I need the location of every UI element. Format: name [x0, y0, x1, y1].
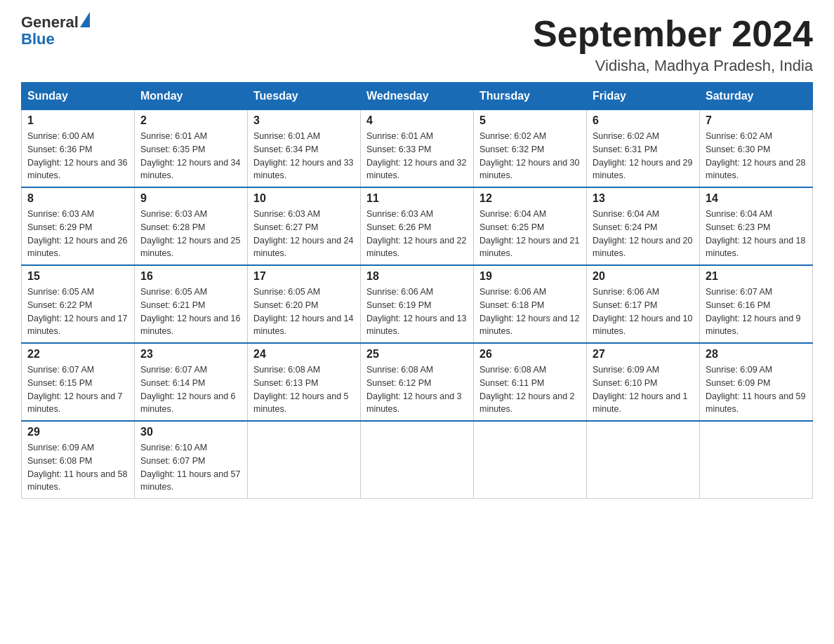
- calendar-cell: 29 Sunrise: 6:09 AM Sunset: 6:08 PM Dayl…: [22, 421, 135, 499]
- day-info: Sunrise: 6:08 AM Sunset: 6:13 PM Dayligh…: [253, 363, 355, 416]
- day-number: 15: [27, 270, 128, 283]
- calendar-cell: 6 Sunrise: 6:02 AM Sunset: 6:31 PM Dayli…: [587, 110, 700, 188]
- calendar-cell: 1 Sunrise: 6:00 AM Sunset: 6:36 PM Dayli…: [22, 110, 135, 188]
- day-number: 23: [140, 348, 241, 361]
- calendar-cell: 24 Sunrise: 6:08 AM Sunset: 6:13 PM Dayl…: [248, 343, 361, 421]
- calendar-table: SundayMondayTuesdayWednesdayThursdayFrid…: [21, 82, 813, 499]
- calendar-cell: 25 Sunrise: 6:08 AM Sunset: 6:12 PM Dayl…: [361, 343, 474, 421]
- day-info: Sunrise: 6:09 AM Sunset: 6:10 PM Dayligh…: [593, 363, 694, 416]
- day-info: Sunrise: 6:01 AM Sunset: 6:33 PM Dayligh…: [366, 130, 468, 182]
- weekday-header-tuesday: Tuesday: [248, 83, 361, 110]
- day-info: Sunrise: 6:08 AM Sunset: 6:11 PM Dayligh…: [479, 363, 581, 416]
- calendar-cell: 10 Sunrise: 6:03 AM Sunset: 6:27 PM Dayl…: [248, 187, 361, 265]
- calendar-cell: 8 Sunrise: 6:03 AM Sunset: 6:29 PM Dayli…: [22, 187, 135, 265]
- day-info: Sunrise: 6:03 AM Sunset: 6:29 PM Dayligh…: [27, 208, 128, 260]
- calendar-cell: 16 Sunrise: 6:05 AM Sunset: 6:21 PM Dayl…: [135, 265, 248, 343]
- day-info: Sunrise: 6:03 AM Sunset: 6:26 PM Dayligh…: [366, 208, 468, 260]
- day-number: 16: [140, 270, 241, 283]
- day-info: Sunrise: 6:05 AM Sunset: 6:21 PM Dayligh…: [140, 286, 241, 338]
- logo-blue-text: Blue: [21, 31, 90, 48]
- week-row-1: 1 Sunrise: 6:00 AM Sunset: 6:36 PM Dayli…: [22, 110, 813, 188]
- calendar-cell: 9 Sunrise: 6:03 AM Sunset: 6:28 PM Dayli…: [135, 187, 248, 265]
- calendar-cell: [474, 421, 587, 499]
- day-number: 21: [706, 270, 807, 283]
- day-info: Sunrise: 6:05 AM Sunset: 6:20 PM Dayligh…: [253, 286, 355, 338]
- day-number: 9: [140, 192, 241, 205]
- day-info: Sunrise: 6:07 AM Sunset: 6:15 PM Dayligh…: [27, 363, 128, 416]
- day-number: 12: [479, 192, 581, 205]
- day-info: Sunrise: 6:03 AM Sunset: 6:27 PM Dayligh…: [253, 208, 355, 260]
- day-info: Sunrise: 6:09 AM Sunset: 6:08 PM Dayligh…: [27, 441, 128, 494]
- calendar-cell: 2 Sunrise: 6:01 AM Sunset: 6:35 PM Dayli…: [135, 110, 248, 188]
- calendar-cell: [361, 421, 474, 499]
- calendar-cell: 26 Sunrise: 6:08 AM Sunset: 6:11 PM Dayl…: [474, 343, 587, 421]
- page-header: General Blue September 2024 Vidisha, Mad…: [21, 14, 813, 75]
- week-row-2: 8 Sunrise: 6:03 AM Sunset: 6:29 PM Dayli…: [22, 187, 813, 265]
- calendar-cell: 12 Sunrise: 6:04 AM Sunset: 6:25 PM Dayl…: [474, 187, 587, 265]
- calendar-title: September 2024: [533, 14, 813, 54]
- calendar-cell: 21 Sunrise: 6:07 AM Sunset: 6:16 PM Dayl…: [700, 265, 813, 343]
- calendar-cell: 30 Sunrise: 6:10 AM Sunset: 6:07 PM Dayl…: [135, 421, 248, 499]
- weekday-header-saturday: Saturday: [700, 83, 813, 110]
- calendar-cell: 19 Sunrise: 6:06 AM Sunset: 6:18 PM Dayl…: [474, 265, 587, 343]
- day-info: Sunrise: 6:02 AM Sunset: 6:32 PM Dayligh…: [479, 130, 581, 182]
- day-info: Sunrise: 6:00 AM Sunset: 6:36 PM Dayligh…: [27, 130, 128, 182]
- day-info: Sunrise: 6:03 AM Sunset: 6:28 PM Dayligh…: [140, 208, 241, 260]
- day-info: Sunrise: 6:04 AM Sunset: 6:24 PM Dayligh…: [593, 208, 694, 260]
- logo-general-text: General: [21, 14, 79, 31]
- day-info: Sunrise: 6:07 AM Sunset: 6:16 PM Dayligh…: [706, 286, 807, 338]
- week-row-3: 15 Sunrise: 6:05 AM Sunset: 6:22 PM Dayl…: [22, 265, 813, 343]
- calendar-cell: 11 Sunrise: 6:03 AM Sunset: 6:26 PM Dayl…: [361, 187, 474, 265]
- day-info: Sunrise: 6:01 AM Sunset: 6:34 PM Dayligh…: [253, 130, 355, 182]
- day-number: 25: [366, 348, 468, 361]
- weekday-header-sunday: Sunday: [22, 83, 135, 110]
- logo-triangle-icon: [80, 12, 90, 27]
- day-number: 22: [27, 348, 128, 361]
- calendar-cell: 5 Sunrise: 6:02 AM Sunset: 6:32 PM Dayli…: [474, 110, 587, 188]
- calendar-cell: 18 Sunrise: 6:06 AM Sunset: 6:19 PM Dayl…: [361, 265, 474, 343]
- day-info: Sunrise: 6:06 AM Sunset: 6:19 PM Dayligh…: [366, 286, 468, 338]
- calendar-cell: [587, 421, 700, 499]
- day-number: 4: [366, 114, 468, 127]
- day-number: 8: [27, 192, 128, 205]
- day-number: 10: [253, 192, 355, 205]
- day-info: Sunrise: 6:02 AM Sunset: 6:31 PM Dayligh…: [593, 130, 694, 182]
- week-row-4: 22 Sunrise: 6:07 AM Sunset: 6:15 PM Dayl…: [22, 343, 813, 421]
- weekday-header-friday: Friday: [587, 83, 700, 110]
- weekday-header-wednesday: Wednesday: [361, 83, 474, 110]
- logo: General Blue: [21, 14, 90, 48]
- calendar-subtitle: Vidisha, Madhya Pradesh, India: [533, 57, 813, 75]
- calendar-cell: 20 Sunrise: 6:06 AM Sunset: 6:17 PM Dayl…: [587, 265, 700, 343]
- day-info: Sunrise: 6:05 AM Sunset: 6:22 PM Dayligh…: [27, 286, 128, 338]
- calendar-cell: [248, 421, 361, 499]
- week-row-5: 29 Sunrise: 6:09 AM Sunset: 6:08 PM Dayl…: [22, 421, 813, 499]
- calendar-cell: 14 Sunrise: 6:04 AM Sunset: 6:23 PM Dayl…: [700, 187, 813, 265]
- day-number: 11: [366, 192, 468, 205]
- day-number: 6: [593, 114, 694, 127]
- day-info: Sunrise: 6:04 AM Sunset: 6:23 PM Dayligh…: [706, 208, 807, 260]
- day-number: 26: [479, 348, 581, 361]
- day-number: 19: [479, 270, 581, 283]
- weekday-header-monday: Monday: [135, 83, 248, 110]
- day-number: 17: [253, 270, 355, 283]
- day-number: 3: [253, 114, 355, 127]
- day-number: 24: [253, 348, 355, 361]
- calendar-cell: 3 Sunrise: 6:01 AM Sunset: 6:34 PM Dayli…: [248, 110, 361, 188]
- weekday-header-row: SundayMondayTuesdayWednesdayThursdayFrid…: [22, 83, 813, 110]
- title-block: September 2024 Vidisha, Madhya Pradesh, …: [533, 14, 813, 75]
- calendar-cell: 13 Sunrise: 6:04 AM Sunset: 6:24 PM Dayl…: [587, 187, 700, 265]
- day-number: 2: [140, 114, 241, 127]
- day-info: Sunrise: 6:06 AM Sunset: 6:18 PM Dayligh…: [479, 286, 581, 338]
- day-number: 18: [366, 270, 468, 283]
- calendar-cell: 27 Sunrise: 6:09 AM Sunset: 6:10 PM Dayl…: [587, 343, 700, 421]
- weekday-header-thursday: Thursday: [474, 83, 587, 110]
- day-number: 30: [140, 426, 241, 438]
- day-info: Sunrise: 6:09 AM Sunset: 6:09 PM Dayligh…: [706, 363, 807, 416]
- calendar-cell: 7 Sunrise: 6:02 AM Sunset: 6:30 PM Dayli…: [700, 110, 813, 188]
- calendar-cell: [700, 421, 813, 499]
- calendar-cell: 15 Sunrise: 6:05 AM Sunset: 6:22 PM Dayl…: [22, 265, 135, 343]
- day-info: Sunrise: 6:07 AM Sunset: 6:14 PM Dayligh…: [140, 363, 241, 416]
- calendar-cell: 28 Sunrise: 6:09 AM Sunset: 6:09 PM Dayl…: [700, 343, 813, 421]
- day-number: 20: [593, 270, 694, 283]
- calendar-cell: 17 Sunrise: 6:05 AM Sunset: 6:20 PM Dayl…: [248, 265, 361, 343]
